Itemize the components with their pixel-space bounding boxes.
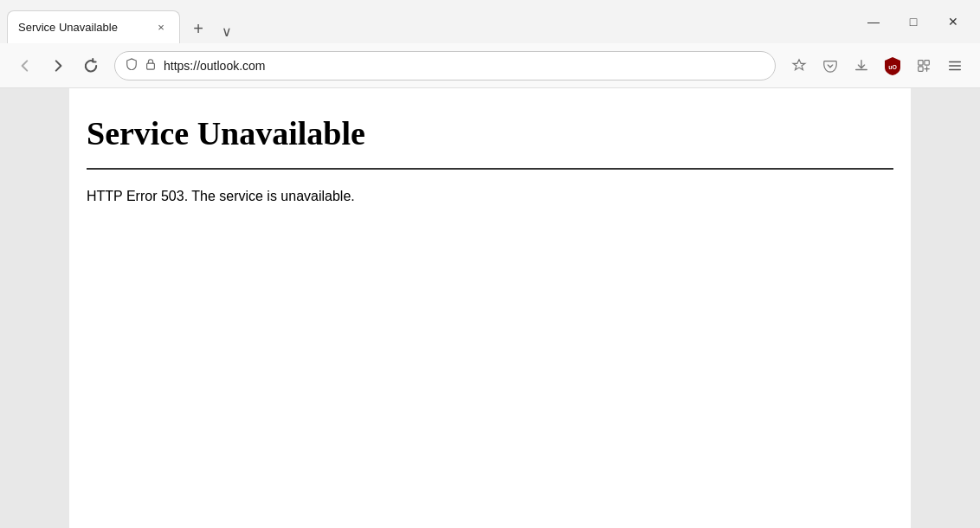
error-message: HTTP Error 503. The service is unavailab… bbox=[87, 189, 893, 204]
bookmark-button[interactable] bbox=[784, 51, 814, 80]
downloads-button[interactable] bbox=[847, 51, 876, 80]
title-bar: Service Unavailable × + ∨ — □ ✕ bbox=[0, 0, 980, 43]
refresh-icon bbox=[83, 58, 99, 74]
back-icon bbox=[17, 58, 33, 74]
tab-title: Service Unavailable bbox=[18, 21, 145, 34]
bookmark-icon bbox=[791, 58, 807, 74]
extensions-icon bbox=[916, 58, 932, 74]
address-bar[interactable]: https://outlook.com bbox=[114, 51, 776, 80]
menu-icon bbox=[947, 58, 963, 74]
active-tab[interactable]: Service Unavailable × bbox=[7, 10, 180, 43]
ublock-button[interactable]: uO bbox=[878, 51, 907, 80]
svg-rect-4 bbox=[919, 66, 923, 70]
svg-text:uO: uO bbox=[888, 64, 897, 70]
page-content: Service Unavailable HTTP Error 503. The … bbox=[69, 88, 911, 528]
svg-rect-2 bbox=[919, 60, 923, 64]
address-text: https://outlook.com bbox=[164, 59, 764, 73]
close-window-button[interactable]: ✕ bbox=[933, 8, 973, 35]
page-heading: Service Unavailable bbox=[87, 114, 893, 152]
tab-dropdown-button[interactable]: ∨ bbox=[215, 19, 239, 43]
minimize-button[interactable]: — bbox=[854, 8, 893, 35]
ublock-icon: uO bbox=[883, 56, 902, 75]
toolbar-icons: uO bbox=[784, 51, 970, 80]
svg-rect-3 bbox=[925, 60, 929, 64]
page-divider bbox=[87, 168, 893, 170]
extensions-button[interactable] bbox=[909, 51, 938, 80]
pocket-button[interactable] bbox=[816, 51, 845, 80]
tab-area: Service Unavailable × + ∨ bbox=[7, 0, 854, 43]
svg-rect-0 bbox=[147, 63, 155, 69]
forward-button[interactable] bbox=[43, 51, 73, 80]
pocket-icon bbox=[822, 58, 838, 74]
lock-icon bbox=[145, 58, 157, 73]
download-icon bbox=[854, 58, 869, 74]
maximize-button[interactable]: □ bbox=[893, 8, 933, 35]
back-button[interactable] bbox=[10, 51, 40, 80]
window-controls: — □ ✕ bbox=[854, 8, 973, 35]
navigation-bar: https://outlook.com uO bbox=[0, 43, 980, 88]
refresh-button[interactable] bbox=[76, 51, 106, 80]
menu-button[interactable] bbox=[940, 51, 970, 80]
close-tab-button[interactable]: × bbox=[153, 20, 169, 35]
forward-icon bbox=[50, 58, 66, 74]
nav-shield-icon bbox=[126, 58, 138, 73]
new-tab-button[interactable]: + bbox=[184, 14, 213, 43]
